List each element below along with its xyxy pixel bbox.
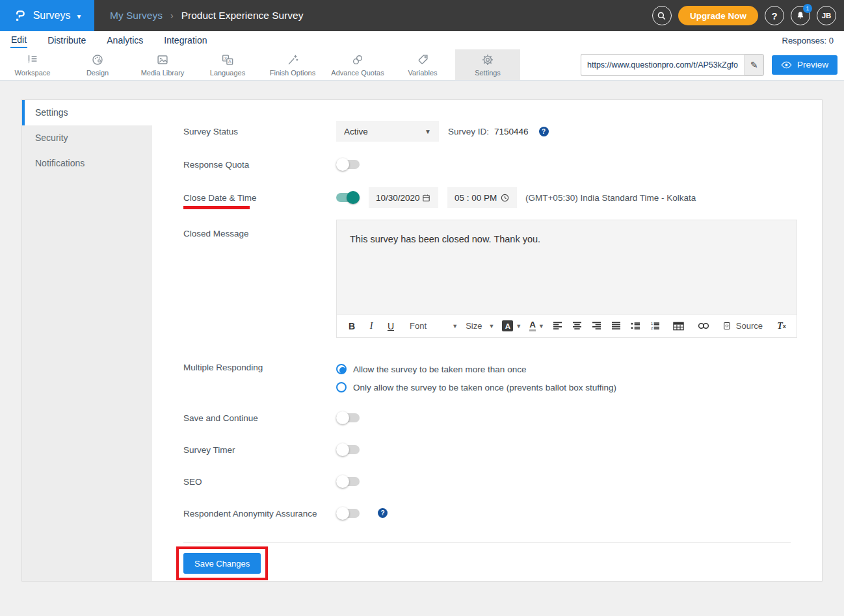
chevron-down-icon: ▼ <box>538 323 544 329</box>
svg-text:2: 2 <box>651 326 653 330</box>
edit-toolbar: Workspace Design Media Library x A Langu… <box>0 49 844 81</box>
finish-options-wand-icon <box>285 53 300 67</box>
table-button[interactable] <box>673 318 685 334</box>
questionpro-logo-icon <box>12 8 28 23</box>
multiple-responding-label: Multiple Responding <box>183 361 336 392</box>
avatar[interactable]: JB <box>817 6 836 25</box>
table-icon <box>673 322 684 331</box>
numbered-list-button[interactable]: 12 <box>650 318 661 334</box>
tab-edit[interactable]: Edit <box>10 32 27 48</box>
seo-toggle[interactable] <box>336 477 360 486</box>
eye-icon <box>781 61 792 69</box>
save-and-continue-label: Save and Continue <box>183 412 336 423</box>
settings-sidebar: Settings Security Notifications <box>22 100 152 581</box>
survey-id-label: Survey ID: <box>448 127 489 136</box>
responses-count: Responses: 0 <box>782 36 834 45</box>
close-date-time-row: Close Date & Time 10/30/2020 05 <box>183 187 806 208</box>
align-center-icon <box>572 322 582 330</box>
help-button[interactable]: ? <box>765 6 784 25</box>
response-quota-toggle[interactable] <box>336 160 360 169</box>
survey-status-row: Survey Status Active ▼ Survey ID: 715044… <box>183 121 806 142</box>
rich-text-toolbar: B I U Font ▼ Size ▼ <box>337 314 797 337</box>
closed-message-text[interactable]: This survey has been closed now. Thank y… <box>337 220 797 314</box>
svg-text:A: A <box>228 59 231 64</box>
italic-button[interactable]: I <box>365 318 377 334</box>
edit-url-button[interactable]: ✎ <box>745 54 764 76</box>
bulleted-list-button[interactable] <box>630 318 642 334</box>
upgrade-button[interactable]: Upgrade Now <box>678 6 758 25</box>
preview-button[interactable]: Preview <box>772 55 837 75</box>
radio-option-multiple-allowed[interactable]: Allow the survey to be taken more than o… <box>336 364 616 374</box>
settings-gear-icon <box>481 53 495 67</box>
sidebar-item-notifications[interactable]: Notifications <box>22 151 152 176</box>
breadcrumb-my-surveys[interactable]: My Surveys <box>110 10 163 21</box>
closed-message-label: Closed Message <box>183 220 336 338</box>
survey-timer-toggle[interactable] <box>336 445 360 454</box>
toolbar-item-variables[interactable]: Variables <box>390 49 455 80</box>
seo-row: SEO <box>183 476 806 487</box>
survey-timer-row: Survey Timer <box>183 444 806 455</box>
languages-icon: x A <box>220 53 235 67</box>
align-right-button[interactable] <box>591 318 603 334</box>
annotation-underline <box>183 206 250 209</box>
advance-quotas-link-icon <box>350 53 365 67</box>
toolbar-item-languages[interactable]: x A Languages <box>195 49 260 80</box>
text-color-button[interactable]: A ▼ <box>529 320 544 331</box>
tab-integration[interactable]: Integration <box>163 33 207 47</box>
tab-distribute[interactable]: Distribute <box>47 33 86 47</box>
survey-title: Product Experience Survey <box>181 10 304 21</box>
bold-button[interactable]: B <box>346 318 358 334</box>
closed-message-row: Closed Message This survey has been clos… <box>183 220 806 338</box>
toolbar-item-advance-quotas[interactable]: Advance Quotas <box>325 49 390 80</box>
chevron-down-icon: ▼ <box>488 323 494 329</box>
survey-status-dropdown[interactable]: Active ▼ <box>336 121 439 142</box>
respondent-anonymity-row: Respondent Anonymity Assurance ? <box>183 507 806 519</box>
toolbar-item-design[interactable]: Design <box>65 49 130 80</box>
background-color-button[interactable]: A ▼ <box>502 320 521 331</box>
link-button[interactable] <box>698 318 709 334</box>
seo-label: SEO <box>183 476 336 487</box>
survey-id-help-icon[interactable]: ? <box>539 127 549 136</box>
align-center-button[interactable] <box>572 318 583 334</box>
search-button[interactable] <box>652 6 672 25</box>
respondent-anonymity-help-icon[interactable]: ? <box>378 508 388 518</box>
product-switcher[interactable]: Surveys ▼ <box>0 0 94 31</box>
remove-format-button[interactable]: Tx <box>776 318 787 334</box>
annotation-rectangle: Save Changes <box>176 546 268 580</box>
justify-button[interactable] <box>611 318 622 334</box>
close-date-input[interactable]: 10/30/2020 <box>369 187 438 208</box>
design-palette-icon <box>90 53 105 67</box>
share-url-group: ✎ <box>581 54 764 76</box>
align-left-button[interactable] <box>552 318 564 334</box>
app-header: Surveys ▼ My Surveys › Product Experienc… <box>0 0 844 31</box>
notifications-button[interactable]: 1 <box>791 6 810 25</box>
save-and-continue-toggle[interactable] <box>336 413 360 422</box>
primary-nav: Edit Distribute Analytics Integration Re… <box>0 31 844 49</box>
toolbar-item-finish-options[interactable]: Finish Options <box>260 49 325 80</box>
size-dropdown[interactable]: Size ▼ <box>466 321 494 331</box>
tab-analytics[interactable]: Analytics <box>106 33 144 47</box>
chevron-down-icon: ▼ <box>516 323 521 329</box>
radio-option-once-only[interactable]: Only allow the survey to be taken once (… <box>336 382 616 392</box>
underline-button[interactable]: U <box>385 318 397 334</box>
close-time-input[interactable]: 05 : 00 PM <box>447 187 517 208</box>
source-icon <box>724 321 730 331</box>
variables-tag-icon <box>415 53 430 67</box>
timezone-text: (GMT+05:30) India Standard Time - Kolkat… <box>525 193 696 203</box>
closed-message-editor: This survey has been closed now. Thank y… <box>336 220 797 338</box>
product-name: Surveys <box>33 10 71 21</box>
breadcrumb-separator: › <box>170 10 174 21</box>
close-date-time-toggle[interactable] <box>336 193 360 202</box>
source-button[interactable]: Source <box>724 318 763 334</box>
chevron-down-icon: ▼ <box>75 13 82 20</box>
font-dropdown[interactable]: Font ▼ <box>410 321 458 331</box>
link-icon <box>698 322 709 329</box>
sidebar-item-settings[interactable]: Settings <box>22 100 152 125</box>
share-url-input[interactable] <box>581 54 745 76</box>
sidebar-item-security[interactable]: Security <box>22 125 152 151</box>
toolbar-item-settings[interactable]: Settings <box>455 49 520 80</box>
save-changes-button[interactable]: Save Changes <box>183 553 261 574</box>
toolbar-item-media-library[interactable]: Media Library <box>130 49 195 80</box>
respondent-anonymity-toggle[interactable] <box>336 509 360 518</box>
toolbar-item-workspace[interactable]: Workspace <box>0 49 65 80</box>
